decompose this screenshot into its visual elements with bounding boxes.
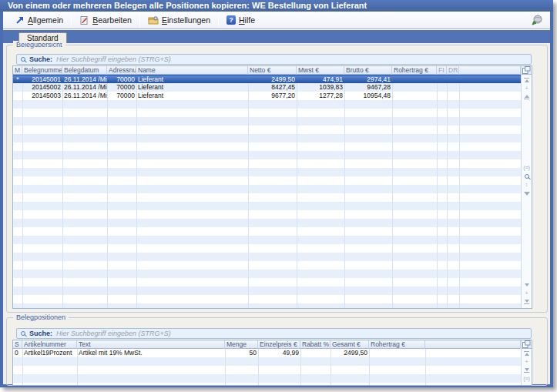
row-marker: * bbox=[13, 75, 22, 84]
empty-table-row[interactable] bbox=[13, 185, 521, 193]
add-row-icon[interactable]: + bbox=[523, 359, 530, 365]
table-row[interactable]: 0 Artikel19Prozent Artikel mit 19% MwSt.… bbox=[13, 349, 521, 357]
empty-table-row[interactable] bbox=[13, 142, 521, 151]
toolbar-separator bbox=[71, 14, 72, 26]
refresh-button[interactable] bbox=[528, 13, 545, 28]
empty-table-row[interactable] bbox=[13, 278, 521, 286]
empty-table-row[interactable] bbox=[13, 100, 521, 109]
column-header-rabatt[interactable]: Rabatt % bbox=[300, 340, 331, 349]
column-chooser-button[interactable] bbox=[522, 66, 532, 75]
add-row-icon[interactable]: + bbox=[523, 290, 530, 297]
menu-allgemein[interactable]: Allgemein bbox=[9, 13, 69, 28]
groupbox-caption: Belegpositionen bbox=[13, 313, 69, 322]
empty-table-row[interactable] bbox=[13, 253, 521, 261]
sort-icon[interactable]: ↕ bbox=[523, 182, 530, 188]
empty-table-row[interactable] bbox=[13, 261, 521, 270]
grid-navigator-strip: + (≡) ↕ + bbox=[521, 66, 532, 308]
empty-table-row[interactable] bbox=[13, 227, 521, 236]
empty-table-row[interactable] bbox=[13, 176, 521, 185]
empty-table-row[interactable] bbox=[13, 383, 521, 385]
empty-table-row[interactable] bbox=[13, 303, 521, 308]
empty-table-row[interactable] bbox=[13, 244, 521, 253]
cell-mwst: 1039,83 bbox=[297, 83, 344, 92]
empty-table-row[interactable] bbox=[13, 151, 521, 159]
empty-table-row[interactable] bbox=[13, 270, 521, 278]
empty-table-row[interactable] bbox=[13, 109, 521, 117]
column-header-fi[interactable]: FI bbox=[437, 66, 447, 75]
cell-belegnummer: 20145002 bbox=[22, 83, 62, 92]
empty-table-row[interactable] bbox=[13, 295, 521, 303]
empty-table-row[interactable] bbox=[13, 126, 521, 134]
column-header-menge[interactable]: Menge bbox=[225, 340, 258, 349]
empty-table-row[interactable] bbox=[13, 366, 521, 374]
cell-belegdatum: 26.11.2014 /Mi bbox=[62, 75, 107, 84]
empty-table-row[interactable] bbox=[13, 134, 521, 142]
empty-table-row[interactable] bbox=[13, 210, 521, 219]
empty-table-row[interactable] bbox=[13, 193, 521, 202]
empty-table-row[interactable] bbox=[13, 286, 521, 295]
column-header-s[interactable]: S bbox=[13, 340, 22, 349]
scroll-down-icon[interactable] bbox=[523, 282, 530, 288]
scroll-up-icon[interactable] bbox=[523, 94, 530, 100]
column-header-text[interactable]: Text bbox=[77, 340, 225, 349]
column-header-mwst[interactable]: Mwst € bbox=[297, 66, 344, 75]
column-chooser-button[interactable] bbox=[522, 340, 532, 349]
column-header-adressnummer[interactable]: Adressnummer bbox=[107, 66, 136, 75]
column-header-m[interactable]: M bbox=[13, 66, 22, 75]
column-header-einzelpreis[interactable]: Einzelpreis € bbox=[258, 340, 300, 349]
zoom-search-icon[interactable] bbox=[523, 173, 530, 179]
empty-table-row[interactable] bbox=[13, 374, 521, 383]
column-header-belegnummer[interactable]: Belegnummer bbox=[22, 66, 62, 75]
tab-label: Standard bbox=[27, 34, 59, 42]
groupbox-beleguebersicht: Belegübersicht Suche: M Belegnummer Bele… bbox=[6, 45, 548, 313]
table-row[interactable]: 20145003 26.11.2014 /Mi 70000 Lieferant … bbox=[13, 92, 521, 100]
column-header-brutto[interactable]: Brutto € bbox=[344, 66, 392, 75]
scroll-bottom-icon[interactable] bbox=[523, 299, 530, 305]
main-toolbar: Allgemein Bearbeiten Einstell bbox=[3, 12, 550, 29]
menu-bearbeiten[interactable]: Bearbeiten bbox=[74, 13, 137, 28]
column-header-netto[interactable]: Netto € bbox=[248, 66, 297, 75]
tab-standard[interactable]: Standard bbox=[18, 32, 67, 43]
column-header-rohertrag[interactable]: Rohertrag € bbox=[392, 66, 437, 75]
column-header-belegdatum[interactable]: Belegdatum bbox=[62, 66, 107, 75]
scroll-bottom-icon[interactable] bbox=[523, 367, 530, 374]
scroll-top-icon[interactable] bbox=[523, 77, 530, 83]
cell-adressnummer: 70000 bbox=[107, 83, 136, 92]
menu-hilfe[interactable]: ? Hilfe bbox=[221, 13, 260, 28]
menu-einstellungen[interactable]: Einstellungen bbox=[143, 13, 216, 28]
table-row-selected[interactable]: * 20145001 26.11.2014 /Mi 70000 Lieferan… bbox=[13, 75, 521, 83]
scroll-top-icon[interactable] bbox=[523, 350, 530, 357]
cell-brutto: 9467,28 bbox=[344, 83, 392, 92]
positionen-search-bar: Suche: bbox=[16, 328, 532, 339]
columns-view-icon[interactable]: (≡) bbox=[523, 165, 530, 171]
empty-table-row[interactable] bbox=[13, 159, 521, 168]
beleg-search-input[interactable] bbox=[56, 55, 531, 64]
empty-table-row[interactable] bbox=[13, 202, 521, 210]
toolbar-separator bbox=[218, 14, 219, 26]
empty-table-row[interactable] bbox=[13, 357, 521, 366]
columns-view-icon[interactable]: (≡) bbox=[523, 376, 530, 382]
empty-table-row[interactable] bbox=[13, 168, 521, 176]
cell-gesamt: 2499,50 bbox=[331, 349, 369, 357]
toolbar-separator bbox=[139, 14, 140, 26]
column-header-name[interactable]: Name bbox=[136, 66, 248, 75]
column-chooser-icon bbox=[522, 340, 531, 348]
cell-artikelnummer: Artikel19Prozent bbox=[22, 349, 77, 357]
cell-name: Lieferant bbox=[136, 75, 248, 84]
window-titlebar[interactable]: Von einem oder mehreren Belegen alle Pos… bbox=[0, 0, 553, 12]
table-row[interactable]: 20145002 26.11.2014 /Mi 70000 Lieferant … bbox=[13, 83, 521, 92]
empty-table-row[interactable] bbox=[13, 117, 521, 126]
column-header-dr[interactable]: DR bbox=[447, 66, 459, 75]
menu-label: Allgemein bbox=[28, 15, 63, 25]
column-header-gesamt[interactable]: Gesamt € bbox=[331, 340, 369, 349]
column-header-artikelnummer[interactable]: Artikelnummer bbox=[22, 340, 77, 349]
empty-table-row[interactable] bbox=[13, 219, 521, 227]
beleg-table-header: M Belegnummer Belegdatum Adressnummer Na… bbox=[13, 66, 521, 75]
empty-table-row[interactable] bbox=[13, 236, 521, 244]
filter-icon[interactable] bbox=[523, 190, 530, 196]
cell-adressnummer: 70000 bbox=[107, 92, 136, 100]
column-header-rohertrag[interactable]: Rohertrag € bbox=[369, 340, 425, 349]
add-row-icon[interactable]: + bbox=[523, 85, 530, 92]
positionen-search-input[interactable] bbox=[56, 329, 531, 338]
cell-einzelpreis: 49,99 bbox=[258, 349, 300, 357]
